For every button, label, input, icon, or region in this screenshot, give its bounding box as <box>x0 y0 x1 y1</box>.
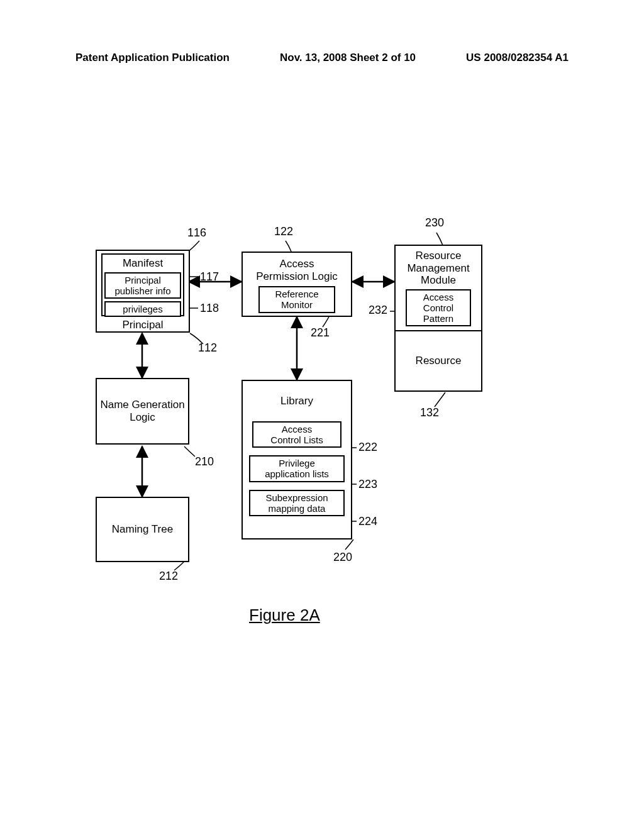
header-left: Patent Application Publication <box>75 52 230 64</box>
header-right: US 2008/0282354 A1 <box>466 52 569 64</box>
ref-230: 230 <box>425 216 444 230</box>
label-naming-tree: Naming Tree <box>112 523 173 536</box>
ref-220: 220 <box>333 551 352 564</box>
ref-224: 224 <box>358 515 377 528</box>
box-principal: Manifest Principal publisher info privil… <box>96 250 190 333</box>
box-subexpression-mapping-data: Subexpression mapping data <box>249 490 345 517</box>
ref-222: 222 <box>358 441 377 454</box>
ref-112: 112 <box>198 341 217 355</box>
box-resource-container: Resource Management Module Access Contro… <box>394 245 482 392</box>
figure-caption: Figure 2A <box>249 606 320 625</box>
ref-132: 132 <box>420 406 439 419</box>
box-library: Library Access Control Lists Privilege a… <box>242 380 352 540</box>
box-privilege-application-lists: Privilege application lists <box>249 455 345 482</box>
box-privileges: privileges <box>104 301 181 317</box>
label-resource: Resource <box>416 355 462 367</box>
label-ngl: Name Generation Logic <box>100 399 184 423</box>
ref-118: 118 <box>200 302 219 315</box>
page: Patent Application Publication Nov. 13, … <box>0 0 644 830</box>
ref-210: 210 <box>195 455 214 468</box>
ref-116: 116 <box>187 226 206 240</box>
box-access-control-pattern: Access Control Pattern <box>406 289 471 327</box>
box-reference-monitor: Reference Monitor <box>258 286 335 313</box>
label-apl: Access Permission Logic <box>256 258 337 282</box>
box-access-control-lists: Access Control Lists <box>252 421 341 448</box>
label-principal: Principal <box>122 319 163 331</box>
header-center: Nov. 13, 2008 Sheet 2 of 10 <box>280 52 416 64</box>
label-rmm: Resource Management Module <box>407 250 469 287</box>
box-access-permission-logic: Access Permission Logic Reference Monito… <box>242 252 352 317</box>
page-header: Patent Application Publication Nov. 13, … <box>0 52 644 64</box>
ref-221: 221 <box>311 326 330 340</box>
ref-223: 223 <box>358 478 377 491</box>
box-principal-publisher-info: Principal publisher info <box>104 272 181 299</box>
box-name-generation-logic: Name Generation Logic <box>96 378 189 445</box>
ref-232: 232 <box>369 304 387 317</box>
ref-117: 117 <box>200 270 219 284</box>
label-library: Library <box>280 395 313 407</box>
ref-122: 122 <box>274 225 293 238</box>
box-manifest: Manifest Principal publisher info privil… <box>101 253 184 316</box>
ref-212: 212 <box>159 570 178 583</box>
box-naming-tree: Naming Tree <box>96 497 189 562</box>
label-manifest: Manifest <box>123 257 163 270</box>
